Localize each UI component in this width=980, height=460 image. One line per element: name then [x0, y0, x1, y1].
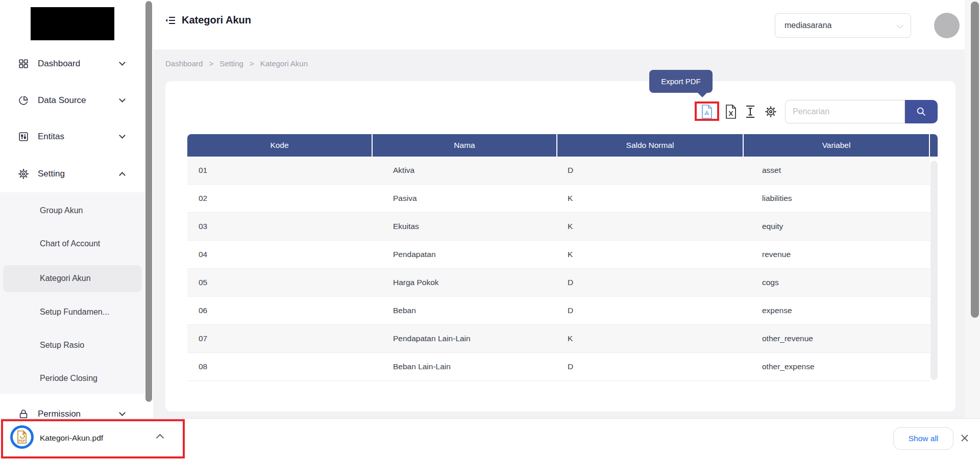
row-height-icon[interactable] [740, 101, 761, 122]
table-body: 01AktivaDasset02PasivaKliabilities03Ekui… [187, 157, 938, 381]
search-input[interactable] [786, 100, 904, 123]
sliders-icon [17, 131, 30, 143]
search-button[interactable] [905, 100, 938, 123]
table-cell: D [557, 353, 744, 380]
chevron-down-icon [119, 59, 126, 66]
table-cell: asset [744, 157, 930, 184]
chevron-down-icon [897, 22, 903, 29]
table-cell: 08 [187, 353, 373, 380]
breadcrumb-separator: > [250, 59, 254, 68]
sidebar-item-label: Data Source [38, 95, 86, 106]
table-cell: revenue [744, 241, 930, 268]
setting-submenu [0, 192, 145, 394]
chevron-down-icon [119, 96, 126, 103]
table-cell: K [557, 325, 744, 352]
table-cell: other_expense [744, 353, 930, 380]
sidebar: Dashboard Data Source Entitas Setting Gr… [0, 0, 145, 460]
table-cell: other_revenue [744, 325, 930, 352]
table-row[interactable]: 07Pendapatan Lain-LainKother_revenue [187, 325, 930, 353]
table-scrollbar[interactable] [930, 161, 938, 380]
column-header-stub [930, 134, 938, 157]
table-cell: K [557, 213, 744, 240]
avatar[interactable] [934, 13, 960, 38]
table-row[interactable]: 01AktivaDasset [187, 157, 930, 185]
export-excel-icon[interactable] [721, 101, 741, 122]
table-cell: expense [744, 297, 930, 324]
table-cell: 01 [187, 157, 373, 184]
table-cell: Beban [373, 297, 557, 324]
chevron-down-icon [119, 410, 126, 416]
table-cell: 07 [187, 325, 373, 352]
breadcrumb-item-current: Kategori Akun [260, 59, 308, 68]
table-cell: K [557, 241, 744, 268]
table-cell: Pendapatan [373, 241, 557, 268]
table-cell: Beban Lain-Lain [373, 353, 557, 380]
browser-scrollbar-thumb[interactable] [971, 2, 979, 318]
table-settings-icon[interactable] [761, 101, 781, 122]
table-cell: 04 [187, 241, 373, 268]
column-header-kode[interactable]: Kode [187, 134, 373, 157]
table-cell: 06 [187, 297, 373, 324]
sidebar-subitem-setup-fundamental[interactable]: Setup Fundamen... [0, 303, 145, 321]
column-header-saldo-normal[interactable]: Saldo Normal [557, 134, 744, 157]
table-cell: cogs [744, 269, 930, 296]
table-cell: 05 [187, 269, 373, 296]
sidebar-scrollbar[interactable] [145, 1, 152, 402]
table-cell: 02 [187, 185, 373, 212]
sidebar-subitem-group-akun[interactable]: Group Akun [0, 201, 145, 220]
chevron-down-icon [119, 132, 126, 139]
table-cell: liabilities [744, 185, 930, 212]
table-header: Kode Nama Saldo Normal Variabel [187, 134, 938, 157]
breadcrumb-item-setting[interactable]: Setting [219, 59, 243, 68]
table-cell: Harga Pokok [373, 269, 557, 296]
table-cell: K [557, 185, 744, 212]
table-cell: Ekuitas [373, 213, 557, 240]
breadcrumb: Dashboard > Setting > Kategori Akun [165, 59, 308, 68]
content-card: Kode Nama Saldo Normal Variabel 01Aktiva… [165, 81, 955, 412]
page-title: Kategori Akun [182, 14, 251, 26]
table-cell: D [557, 157, 744, 184]
sidebar-subitem-periode-closing[interactable]: Periode Closing [0, 369, 145, 388]
sidebar-subitem-setup-rasio[interactable]: Setup Rasio [0, 336, 145, 354]
annotation-box-export-pdf [695, 101, 719, 121]
data-table: Kode Nama Saldo Normal Variabel 01Aktiva… [187, 134, 938, 381]
entity-select[interactable]: mediasarana [775, 13, 911, 38]
sidebar-subitem-chart-of-account[interactable]: Chart of Account [0, 235, 145, 253]
breadcrumb-separator: > [209, 59, 213, 68]
show-all-button[interactable]: Show all [893, 427, 953, 450]
menu-fold-icon[interactable] [164, 14, 177, 29]
table-cell: D [557, 269, 744, 296]
table-cell: D [557, 297, 744, 324]
table-row[interactable]: 08Beban Lain-LainDother_expense [187, 353, 930, 381]
sidebar-item-label: Permission [38, 409, 81, 419]
table-row[interactable]: 03EkuitasKequity [187, 213, 930, 241]
breadcrumb-item-dashboard[interactable]: Dashboard [165, 59, 203, 68]
close-shelf-icon[interactable] [960, 433, 970, 445]
entity-select-value: mediasarana [785, 21, 832, 30]
table-cell: Aktiva [373, 157, 557, 184]
sidebar-item-label: Setting [38, 169, 65, 179]
search-field [785, 100, 905, 123]
table-row[interactable]: 05Harga PokokDcogs [187, 269, 930, 297]
sidebar-item-entitas[interactable]: Entitas [0, 126, 145, 147]
app-logo [31, 7, 114, 40]
sidebar-subitem-kategori-akun[interactable]: Kategori Akun [0, 269, 145, 288]
table-row[interactable]: 06BebanDexpense [187, 297, 930, 325]
column-header-variabel[interactable]: Variabel [744, 134, 930, 157]
column-header-nama[interactable]: Nama [373, 134, 557, 157]
sidebar-item-label: Dashboard [38, 59, 80, 69]
table-cell: Pendapatan Lain-Lain [373, 325, 557, 352]
sidebar-item-dashboard[interactable]: Dashboard [0, 54, 145, 74]
gear-icon [17, 168, 30, 180]
sidebar-item-setting[interactable]: Setting [0, 164, 145, 184]
sidebar-item-data-source[interactable]: Data Source [0, 90, 145, 111]
annotation-box-download-item [1, 419, 185, 458]
pie-chart-icon [17, 94, 30, 107]
table-row[interactable]: 02PasivaKliabilities [187, 185, 930, 213]
table-row[interactable]: 04PendapatanKrevenue [187, 241, 930, 269]
chevron-up-icon [119, 172, 126, 178]
export-pdf-tooltip: Export PDF [649, 70, 713, 93]
table-cell: Pasiva [373, 185, 557, 212]
table-cell: equity [744, 213, 930, 240]
sidebar-item-label: Entitas [38, 132, 64, 142]
